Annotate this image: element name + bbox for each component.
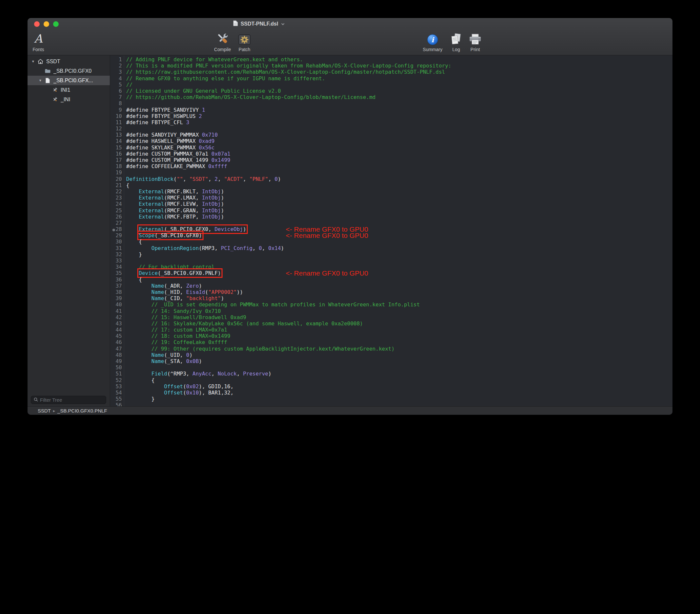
line-number: 16 [110,151,122,157]
code-line: 50 [110,364,673,371]
minimize-button[interactable] [43,21,49,27]
code-line: 23 External(RMCF.LMAX, IntObj) [110,195,673,201]
line-number: 6 [110,88,122,94]
rename-annotation: <- Rename GFX0 to GPU0 [286,270,368,277]
line-number: 18 [110,163,122,170]
window-title: SSDT-PNLF.dsl [240,21,278,27]
print-button[interactable]: Print [468,31,482,52]
line-number: 4 [110,75,122,82]
code-lines: 1// Adding PNLF device for WhateverGreen… [110,55,673,406]
filter-input[interactable] [40,397,103,403]
code-line: 7// https://github.com/RehabMan/OS-X-Clo… [110,94,673,100]
code-line: 44 // 17: custom LMAX=0x7a1 [110,327,673,333]
chevron-down-icon[interactable] [281,23,285,26]
code-line: 20DefinitionBlock("", "SSDT", 2, "ACDT",… [110,176,673,182]
rename-annotation: <- Rename GFX0 to GPU0 [286,232,368,239]
patch-gear-icon [238,31,251,46]
line-number: 46 [110,339,122,345]
fonts-button[interactable]: A Fonts [33,31,44,52]
log-button-label: Log [452,47,460,52]
line-number: 20 [110,176,122,182]
patch-button[interactable]: Patch [238,31,251,52]
sidebar-item-ini[interactable]: _INI [27,95,110,104]
code-line: 12 [110,125,673,132]
line-number: 24 [110,201,122,207]
line-number: 44 [110,327,122,333]
line-number: 47 [110,346,122,352]
line-number: 7 [110,94,122,100]
line-number: 9 [110,107,122,113]
printer-icon [468,31,482,46]
code-line: 49 Name(_STA, 0x0B) [110,358,673,364]
sidebar-item-sb-pci0-gfx0[interactable]: _SB.PCI0.GFX0 [27,66,110,76]
code-line: 35 Device(_SB.PCI0.GFX0.PNLF)<- Rename G… [110,270,673,276]
line-number: 1 [110,57,122,63]
code-line: 45 // 18: custom LMAX=0x1499 [110,333,673,339]
line-number: 8 [110,100,122,106]
search-icon [34,397,38,403]
breadcrumb-root[interactable]: SSDT [38,408,51,413]
disclosure-triangle[interactable]: ▼ [37,79,43,82]
code-line: 24 External(RMCF.LEVW, IntObj) [110,201,673,207]
code-line: 47 // 99: Other (requires custom AppleBa… [110,346,673,352]
code-line: 41 // 14: Sandy/Ivy 0x710 [110,308,673,314]
line-number: 54 [110,390,122,396]
log-button[interactable]: Log [450,31,463,52]
code-line: 54 Offset(0x10), BAR1,32, [110,390,673,396]
summary-button[interactable]: i Summary [423,31,442,52]
home-icon [36,59,45,64]
line-number: 33 [110,258,122,264]
breadcrumb-current[interactable]: _SB.PCI0.GFX0.PNLF [57,408,107,413]
sidebar-item-label: _SB.PCI0.GFX... [53,78,93,84]
code-line: 42 // 15: Haswell/Broadwell 0xad9 [110,314,673,321]
code-line: 22 External(RMCF.BKLT, IntObj) [110,188,673,195]
line-number: 36 [110,277,122,283]
patch-button-label: Patch [239,47,250,52]
line-number: 26 [110,214,122,220]
code-line: 51 Field(^RMP3, AnyAcc, NoLock, Preserve… [110,371,673,377]
code-editor[interactable]: 1// Adding PNLF device for WhateverGreen… [110,55,673,406]
line-number: 12 [110,125,122,132]
code-line: 33 [110,258,673,264]
document-proxy-icon[interactable] [233,20,238,27]
line-number: 51 [110,371,122,377]
line-number: 50 [110,364,122,371]
line-number: 32 [110,251,122,258]
line-number: 2 [110,63,122,69]
log-pages-icon [450,31,463,46]
code-line: 11#define FBTYPE_CFL 3 [110,119,673,125]
line-number: 3 [110,69,122,75]
sidebar-item-label: SSDT [46,59,60,64]
titlebar[interactable]: SSDT-PNLF.dsl [27,18,673,30]
title-proxy: SSDT-PNLF.dsl [233,18,285,30]
code-line: 34 // For backlight control [110,264,673,270]
sidebar-item-label: _INI [61,97,70,102]
filter-tree-field[interactable] [31,396,106,404]
info-circle-icon: i [426,31,439,46]
compile-button[interactable]: Compile [214,31,231,52]
line-number: 52 [110,377,122,383]
close-button[interactable] [34,21,40,27]
document-icon [43,78,52,84]
line-number: 25 [110,208,122,214]
line-number: 56 [110,402,122,406]
code-line: 31 OperationRegion(RMP3, PCI_Config, 0, … [110,245,673,251]
code-line: 16#define CUSTOM_PWMMAX_07a1 0x07a1 [110,151,673,157]
sidebar-item-ini1[interactable]: INI1 [27,85,110,95]
line-number: 41 [110,308,122,314]
code-line: 13#define SANDYIVY_PWMMAX 0x710 [110,132,673,138]
window-header: SSDT-PNLF.dsl A Fonts [27,18,673,55]
sidebar-item-label: _SB.PCI0.GFX0 [53,68,92,74]
sidebar-item-label: INI1 [61,87,70,93]
line-number: 5 [110,82,122,88]
sidebar-item-ssdt[interactable]: ▼SSDT [27,57,110,66]
code-line: 18#define COFFEELAKE_PWMMAX 0xffff [110,163,673,170]
line-number: 11 [110,119,122,125]
line-number: 22 [110,188,122,195]
sidebar-item-sb-pci0-gfx[interactable]: ▼_SB.PCI0.GFX... [27,76,110,85]
line-number: 40 [110,301,122,308]
code-line: 2// This is a modified PNLF version orig… [110,63,673,69]
ssdt-tree: ▼SSDT_SB.PCI0.GFX0▼_SB.PCI0.GFX...INI1_I… [27,55,110,104]
disclosure-triangle[interactable]: ▼ [30,60,36,63]
zoom-button[interactable] [53,21,59,27]
